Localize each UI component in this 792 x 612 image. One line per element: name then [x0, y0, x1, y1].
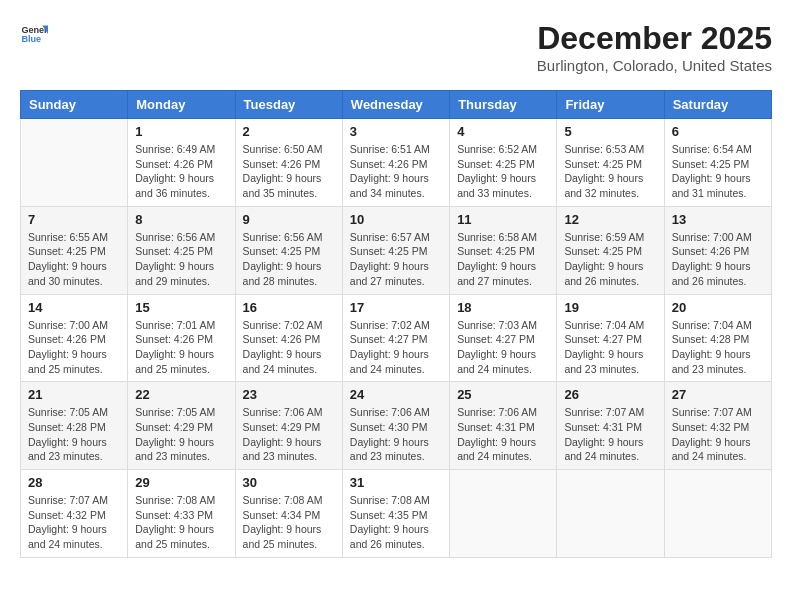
day-number: 24 — [350, 387, 442, 402]
calendar-day-cell: 4Sunrise: 6:52 AMSunset: 4:25 PMDaylight… — [450, 119, 557, 207]
calendar-day-cell: 29Sunrise: 7:08 AMSunset: 4:33 PMDayligh… — [128, 470, 235, 558]
day-number: 22 — [135, 387, 227, 402]
calendar-week-row: 28Sunrise: 7:07 AMSunset: 4:32 PMDayligh… — [21, 470, 772, 558]
day-info: Sunrise: 7:08 AMSunset: 4:33 PMDaylight:… — [135, 493, 227, 552]
day-info: Sunrise: 6:49 AMSunset: 4:26 PMDaylight:… — [135, 142, 227, 201]
day-number: 25 — [457, 387, 549, 402]
calendar-day-cell: 15Sunrise: 7:01 AMSunset: 4:26 PMDayligh… — [128, 294, 235, 382]
day-info: Sunrise: 7:08 AMSunset: 4:34 PMDaylight:… — [243, 493, 335, 552]
calendar-day-cell: 27Sunrise: 7:07 AMSunset: 4:32 PMDayligh… — [664, 382, 771, 470]
calendar-day-cell: 31Sunrise: 7:08 AMSunset: 4:35 PMDayligh… — [342, 470, 449, 558]
day-info: Sunrise: 6:56 AMSunset: 4:25 PMDaylight:… — [243, 230, 335, 289]
calendar-day-cell: 22Sunrise: 7:05 AMSunset: 4:29 PMDayligh… — [128, 382, 235, 470]
calendar-table: SundayMondayTuesdayWednesdayThursdayFrid… — [20, 90, 772, 558]
day-info: Sunrise: 7:05 AMSunset: 4:29 PMDaylight:… — [135, 405, 227, 464]
calendar-day-cell: 13Sunrise: 7:00 AMSunset: 4:26 PMDayligh… — [664, 206, 771, 294]
day-info: Sunrise: 7:01 AMSunset: 4:26 PMDaylight:… — [135, 318, 227, 377]
day-info: Sunrise: 6:57 AMSunset: 4:25 PMDaylight:… — [350, 230, 442, 289]
day-number: 4 — [457, 124, 549, 139]
day-info: Sunrise: 7:02 AMSunset: 4:26 PMDaylight:… — [243, 318, 335, 377]
calendar-day-cell: 9Sunrise: 6:56 AMSunset: 4:25 PMDaylight… — [235, 206, 342, 294]
weekday-header-cell: Sunday — [21, 91, 128, 119]
calendar-day-cell: 3Sunrise: 6:51 AMSunset: 4:26 PMDaylight… — [342, 119, 449, 207]
calendar-day-cell: 10Sunrise: 6:57 AMSunset: 4:25 PMDayligh… — [342, 206, 449, 294]
calendar-day-cell: 6Sunrise: 6:54 AMSunset: 4:25 PMDaylight… — [664, 119, 771, 207]
calendar-day-cell — [21, 119, 128, 207]
day-number: 21 — [28, 387, 120, 402]
calendar-day-cell: 7Sunrise: 6:55 AMSunset: 4:25 PMDaylight… — [21, 206, 128, 294]
day-info: Sunrise: 6:59 AMSunset: 4:25 PMDaylight:… — [564, 230, 656, 289]
day-info: Sunrise: 6:54 AMSunset: 4:25 PMDaylight:… — [672, 142, 764, 201]
day-number: 31 — [350, 475, 442, 490]
day-number: 15 — [135, 300, 227, 315]
calendar-day-cell: 21Sunrise: 7:05 AMSunset: 4:28 PMDayligh… — [21, 382, 128, 470]
calendar-day-cell: 30Sunrise: 7:08 AMSunset: 4:34 PMDayligh… — [235, 470, 342, 558]
day-number: 29 — [135, 475, 227, 490]
day-info: Sunrise: 7:00 AMSunset: 4:26 PMDaylight:… — [672, 230, 764, 289]
logo: General Blue — [20, 20, 48, 48]
calendar-day-cell: 8Sunrise: 6:56 AMSunset: 4:25 PMDaylight… — [128, 206, 235, 294]
weekday-header-cell: Saturday — [664, 91, 771, 119]
calendar-day-cell: 19Sunrise: 7:04 AMSunset: 4:27 PMDayligh… — [557, 294, 664, 382]
weekday-header-cell: Thursday — [450, 91, 557, 119]
page-title: December 2025 — [537, 20, 772, 57]
day-info: Sunrise: 6:58 AMSunset: 4:25 PMDaylight:… — [457, 230, 549, 289]
calendar-day-cell: 28Sunrise: 7:07 AMSunset: 4:32 PMDayligh… — [21, 470, 128, 558]
calendar-week-row: 21Sunrise: 7:05 AMSunset: 4:28 PMDayligh… — [21, 382, 772, 470]
day-number: 28 — [28, 475, 120, 490]
calendar-body: 1Sunrise: 6:49 AMSunset: 4:26 PMDaylight… — [21, 119, 772, 558]
day-number: 9 — [243, 212, 335, 227]
page-header: General Blue December 2025 Burlington, C… — [20, 20, 772, 74]
calendar-day-cell — [664, 470, 771, 558]
weekday-header-row: SundayMondayTuesdayWednesdayThursdayFrid… — [21, 91, 772, 119]
day-number: 17 — [350, 300, 442, 315]
day-info: Sunrise: 7:04 AMSunset: 4:28 PMDaylight:… — [672, 318, 764, 377]
day-number: 16 — [243, 300, 335, 315]
day-number: 11 — [457, 212, 549, 227]
weekday-header-cell: Wednesday — [342, 91, 449, 119]
day-number: 2 — [243, 124, 335, 139]
day-info: Sunrise: 6:50 AMSunset: 4:26 PMDaylight:… — [243, 142, 335, 201]
day-number: 10 — [350, 212, 442, 227]
day-info: Sunrise: 7:07 AMSunset: 4:31 PMDaylight:… — [564, 405, 656, 464]
day-number: 27 — [672, 387, 764, 402]
day-number: 26 — [564, 387, 656, 402]
day-number: 30 — [243, 475, 335, 490]
day-number: 12 — [564, 212, 656, 227]
calendar-day-cell: 20Sunrise: 7:04 AMSunset: 4:28 PMDayligh… — [664, 294, 771, 382]
weekday-header-cell: Monday — [128, 91, 235, 119]
day-info: Sunrise: 7:04 AMSunset: 4:27 PMDaylight:… — [564, 318, 656, 377]
calendar-day-cell: 18Sunrise: 7:03 AMSunset: 4:27 PMDayligh… — [450, 294, 557, 382]
day-info: Sunrise: 7:07 AMSunset: 4:32 PMDaylight:… — [28, 493, 120, 552]
day-info: Sunrise: 6:56 AMSunset: 4:25 PMDaylight:… — [135, 230, 227, 289]
day-number: 7 — [28, 212, 120, 227]
day-number: 13 — [672, 212, 764, 227]
weekday-header-cell: Friday — [557, 91, 664, 119]
day-number: 19 — [564, 300, 656, 315]
calendar-day-cell: 25Sunrise: 7:06 AMSunset: 4:31 PMDayligh… — [450, 382, 557, 470]
day-info: Sunrise: 7:00 AMSunset: 4:26 PMDaylight:… — [28, 318, 120, 377]
day-info: Sunrise: 7:08 AMSunset: 4:35 PMDaylight:… — [350, 493, 442, 552]
day-number: 6 — [672, 124, 764, 139]
calendar-week-row: 14Sunrise: 7:00 AMSunset: 4:26 PMDayligh… — [21, 294, 772, 382]
day-number: 23 — [243, 387, 335, 402]
day-info: Sunrise: 6:52 AMSunset: 4:25 PMDaylight:… — [457, 142, 549, 201]
day-info: Sunrise: 7:03 AMSunset: 4:27 PMDaylight:… — [457, 318, 549, 377]
day-info: Sunrise: 7:06 AMSunset: 4:30 PMDaylight:… — [350, 405, 442, 464]
calendar-day-cell — [557, 470, 664, 558]
svg-text:Blue: Blue — [21, 34, 41, 44]
weekday-header-cell: Tuesday — [235, 91, 342, 119]
calendar-day-cell: 11Sunrise: 6:58 AMSunset: 4:25 PMDayligh… — [450, 206, 557, 294]
calendar-week-row: 7Sunrise: 6:55 AMSunset: 4:25 PMDaylight… — [21, 206, 772, 294]
title-block: December 2025 Burlington, Colorado, Unit… — [537, 20, 772, 74]
calendar-day-cell: 14Sunrise: 7:00 AMSunset: 4:26 PMDayligh… — [21, 294, 128, 382]
calendar-day-cell: 24Sunrise: 7:06 AMSunset: 4:30 PMDayligh… — [342, 382, 449, 470]
logo-icon: General Blue — [20, 20, 48, 48]
day-info: Sunrise: 7:02 AMSunset: 4:27 PMDaylight:… — [350, 318, 442, 377]
day-number: 8 — [135, 212, 227, 227]
page-subtitle: Burlington, Colorado, United States — [537, 57, 772, 74]
calendar-day-cell: 16Sunrise: 7:02 AMSunset: 4:26 PMDayligh… — [235, 294, 342, 382]
calendar-day-cell: 5Sunrise: 6:53 AMSunset: 4:25 PMDaylight… — [557, 119, 664, 207]
day-number: 14 — [28, 300, 120, 315]
day-info: Sunrise: 7:07 AMSunset: 4:32 PMDaylight:… — [672, 405, 764, 464]
